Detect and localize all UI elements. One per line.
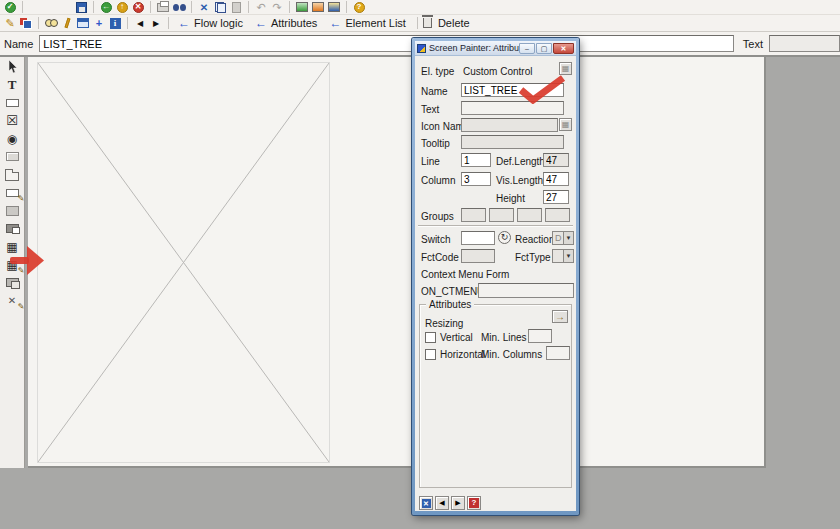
back-icon[interactable]: ← [99, 1, 113, 14]
dialog-help-button[interactable]: ? [467, 496, 481, 510]
shortcut-icon[interactable] [327, 1, 341, 14]
find-icon[interactable] [172, 1, 186, 14]
table-wizard-tool[interactable]: ▦✎ [3, 257, 22, 272]
input-field-tool[interactable] [3, 95, 22, 110]
def-length-input[interactable] [543, 153, 569, 167]
dlg-name-input[interactable] [461, 83, 564, 97]
enter-icon[interactable]: ✓ [3, 1, 17, 14]
attributes-arrow-icon: ← [255, 16, 267, 30]
undo-icon[interactable]: ↶ [254, 1, 268, 14]
line-input[interactable] [461, 153, 491, 167]
text-tool[interactable]: T [3, 77, 22, 92]
exit-icon[interactable]: ↑ [115, 1, 129, 14]
container-tool[interactable] [3, 221, 22, 236]
horizontal-resizing-checkbox[interactable] [425, 349, 436, 360]
el-type-label: El. type [421, 66, 454, 77]
custom-control-tool[interactable] [3, 275, 22, 290]
pushbutton-tool[interactable] [3, 149, 22, 164]
delete-button[interactable]: Delete [438, 17, 470, 29]
paste-icon[interactable] [229, 1, 243, 14]
tabstrip-tool[interactable] [3, 167, 22, 182]
dlg-text-label: Text [421, 104, 439, 115]
switch-input[interactable] [461, 231, 495, 245]
red-help-icon: ? [469, 498, 479, 508]
checkbox-tool[interactable]: ☒ [3, 113, 22, 128]
pointer-icon [6, 60, 19, 74]
name-label: Name [4, 38, 33, 50]
box-tool[interactable]: ✎ [3, 185, 22, 200]
dropdown-arrow-icon: ▼ [563, 232, 573, 244]
table-control-tool[interactable]: ▦ [3, 239, 22, 254]
help-icon[interactable]: ? [352, 1, 366, 14]
print-icon[interactable] [156, 1, 170, 14]
subscreen-icon [6, 206, 19, 216]
ctmenu-input[interactable] [478, 283, 574, 298]
dialog-close-x-button[interactable]: ✕ [419, 496, 433, 510]
copy-icon[interactable] [213, 1, 227, 14]
icon-name-input[interactable] [461, 118, 558, 132]
dialog-titlebar[interactable]: Screen Painter: Attributes – ▢ ✕ [415, 41, 576, 56]
new-session-icon[interactable] [295, 1, 309, 14]
element-palette: T ☒ ◉ ✎ ▦ ▦✎ ✕✎ [0, 57, 25, 468]
attributes-button[interactable]: Attributes [271, 17, 317, 29]
dialog-next-button[interactable]: ▶ [451, 496, 465, 510]
cut-icon[interactable]: ✕ [197, 1, 211, 14]
flowlogic-button[interactable]: Flow logic [194, 17, 243, 29]
subscreen-tool[interactable] [3, 203, 22, 218]
tooltip-input[interactable] [461, 135, 564, 149]
screen-canvas[interactable] [28, 57, 766, 468]
fcttype-value [553, 250, 563, 262]
el-type-value: Custom Control [463, 66, 532, 77]
group4-input[interactable] [545, 208, 570, 222]
group2-input[interactable] [489, 208, 514, 222]
switch-label: Switch [421, 234, 450, 245]
adjust-icon[interactable]: + [92, 17, 106, 30]
activate-icon[interactable] [60, 17, 74, 30]
groups-label: Groups [421, 211, 454, 222]
dlg-text-input[interactable] [461, 101, 564, 115]
save-icon[interactable] [74, 1, 88, 14]
group1-input[interactable] [461, 208, 486, 222]
element-text-input[interactable] [769, 35, 840, 52]
minimize-button[interactable]: – [519, 43, 535, 54]
switch-icon[interactable]: ↻ [498, 231, 511, 244]
display-change-icon[interactable] [19, 17, 33, 30]
next-screen-button[interactable]: ▶ [149, 17, 163, 30]
height-input[interactable] [543, 190, 569, 204]
elementlist-button[interactable]: Element List [345, 17, 406, 29]
radio-button-tool[interactable]: ◉ [3, 131, 22, 146]
column-label: Column [421, 175, 455, 186]
redo-icon[interactable]: ↷ [270, 1, 284, 14]
dialog-prev-button[interactable]: ◀ [435, 496, 449, 510]
icon-name-list-button[interactable]: ▦ [559, 118, 572, 131]
min-lines-input[interactable] [528, 329, 552, 343]
column-input[interactable] [461, 172, 491, 186]
status-icon-tool[interactable]: ✕✎ [3, 293, 22, 308]
test-screen-icon[interactable] [76, 17, 90, 30]
custom-control-placeholder[interactable] [37, 62, 330, 463]
maximize-button[interactable]: ▢ [536, 43, 552, 54]
flowlogic-arrow-icon: ← [178, 16, 190, 30]
status-icon: ✕ [8, 295, 16, 306]
vertical-resizing-checkbox[interactable] [425, 332, 436, 343]
trash-icon [423, 18, 432, 28]
fctcode-input[interactable] [461, 249, 495, 263]
info-icon[interactable]: i [108, 17, 122, 30]
reaction-dropdown[interactable]: D ▼ [552, 231, 574, 245]
previous-screen-button[interactable]: ◀ [133, 17, 147, 30]
element-name-input[interactable] [39, 35, 733, 52]
check-glasses-icon[interactable] [44, 17, 58, 30]
cancel-icon[interactable]: ✕ [131, 1, 145, 14]
close-button[interactable]: ✕ [553, 43, 574, 54]
group3-input[interactable] [517, 208, 542, 222]
expand-attributes-button[interactable]: → [552, 310, 568, 323]
vis-length-input[interactable] [543, 172, 569, 186]
standard-toolbar: ✓ ← ↑ ✕ ✕ ↶ ↷ ? [0, 0, 840, 15]
select-pointer-tool[interactable] [3, 59, 22, 74]
edit-pencil-icon[interactable]: ✎ [3, 17, 17, 30]
min-columns-input[interactable] [546, 346, 570, 360]
fcttype-dropdown[interactable]: ▼ [552, 249, 574, 263]
toolbar-separator [248, 1, 249, 13]
el-type-list-button[interactable]: ▦ [559, 62, 572, 75]
generate-icon[interactable] [311, 1, 325, 14]
